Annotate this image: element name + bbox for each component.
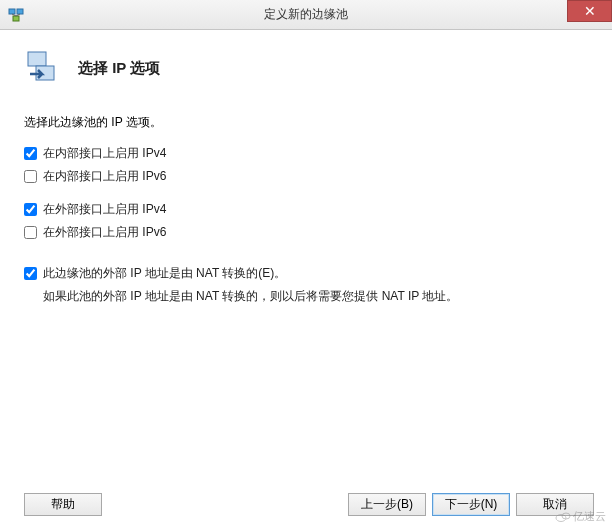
back-button[interactable]: 上一步(B) [348,493,426,516]
svg-rect-5 [28,52,46,66]
next-button[interactable]: 下一步(N) [432,493,510,516]
button-bar: 帮助 上一步(B) 下一步(N) 取消 [0,493,612,516]
dialog-content: 选择 IP 选项 选择此边缘池的 IP 选项。 在内部接口上启用 IPv4 在内… [0,30,612,470]
option-internal-ipv4: 在内部接口上启用 IPv4 [24,145,588,162]
watermark: 亿速云 [555,509,606,524]
checkbox-external-ipv6[interactable] [24,226,37,239]
checkbox-internal-ipv4[interactable] [24,147,37,160]
checkbox-nat[interactable] [24,267,37,280]
label-external-ipv4[interactable]: 在外部接口上启用 IPv4 [43,201,166,218]
titlebar: 定义新的边缘池 ✕ [0,0,612,30]
option-nat: 此边缘池的外部 IP 地址是由 NAT 转换的(E)。 [24,265,588,282]
label-external-ipv6[interactable]: 在外部接口上启用 IPv6 [43,224,166,241]
checkbox-external-ipv4[interactable] [24,203,37,216]
close-button[interactable]: ✕ [567,0,612,22]
option-internal-ipv6: 在内部接口上启用 IPv6 [24,168,588,185]
label-internal-ipv4[interactable]: 在内部接口上启用 IPv4 [43,145,166,162]
option-external-ipv6: 在外部接口上启用 IPv6 [24,224,588,241]
svg-point-7 [556,514,566,521]
wizard-icon [24,48,64,88]
instruction-text: 选择此边缘池的 IP 选项。 [24,114,588,131]
option-external-ipv4: 在外部接口上启用 IPv4 [24,201,588,218]
wizard-header: 选择 IP 选项 [24,48,588,88]
label-nat[interactable]: 此边缘池的外部 IP 地址是由 NAT 转换的(E)。 [43,265,286,282]
help-button[interactable]: 帮助 [24,493,102,516]
window-title: 定义新的边缘池 [0,6,612,23]
checkbox-internal-ipv6[interactable] [24,170,37,183]
page-title: 选择 IP 选项 [78,59,160,78]
nat-note: 如果此池的外部 IP 地址是由 NAT 转换的，则以后将需要您提供 NAT IP… [43,288,588,305]
watermark-text: 亿速云 [573,509,606,524]
label-internal-ipv6[interactable]: 在内部接口上启用 IPv6 [43,168,166,185]
